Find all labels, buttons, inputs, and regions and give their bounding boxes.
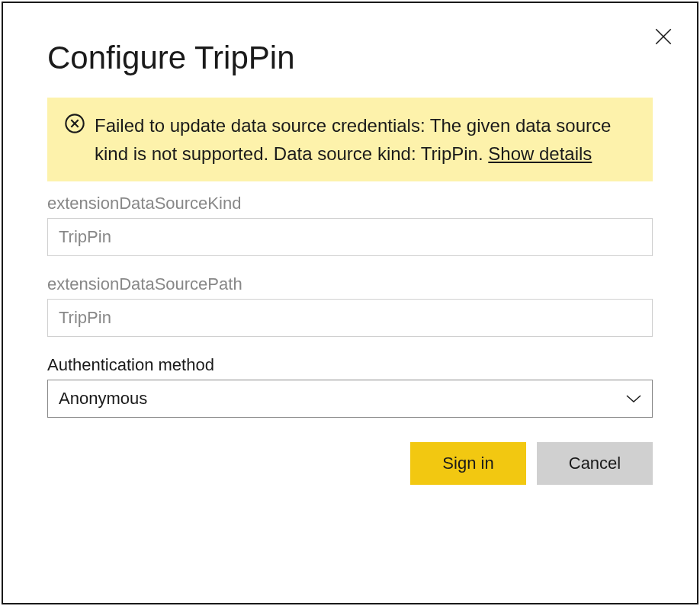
close-button[interactable] <box>651 24 676 49</box>
field-label-kind: extensionDataSourceKind <box>47 194 653 213</box>
configure-dialog: Configure TripPin Failed to update data … <box>2 2 698 604</box>
button-row: Sign in Cancel <box>47 442 653 485</box>
field-label-path: extensionDataSourcePath <box>47 274 653 294</box>
show-details-link[interactable]: Show details <box>488 143 592 164</box>
error-icon <box>64 113 85 134</box>
field-extension-data-source-kind: extensionDataSourceKind <box>47 194 653 256</box>
input-extension-data-source-path[interactable] <box>47 299 653 337</box>
field-extension-data-source-path: extensionDataSourcePath <box>47 274 653 337</box>
cancel-button[interactable]: Cancel <box>537 442 653 485</box>
close-icon <box>653 27 673 46</box>
signin-button[interactable]: Sign in <box>410 442 526 485</box>
select-authentication-method[interactable] <box>47 380 653 418</box>
dialog-title: Configure TripPin <box>47 40 653 76</box>
error-banner: Failed to update data source credentials… <box>47 98 653 181</box>
error-message: Failed to update data source credentials… <box>95 111 636 168</box>
input-extension-data-source-kind[interactable] <box>47 218 653 256</box>
select-wrapper-auth <box>47 380 653 418</box>
field-authentication-method: Authentication method <box>47 355 653 418</box>
field-label-auth: Authentication method <box>47 355 653 375</box>
